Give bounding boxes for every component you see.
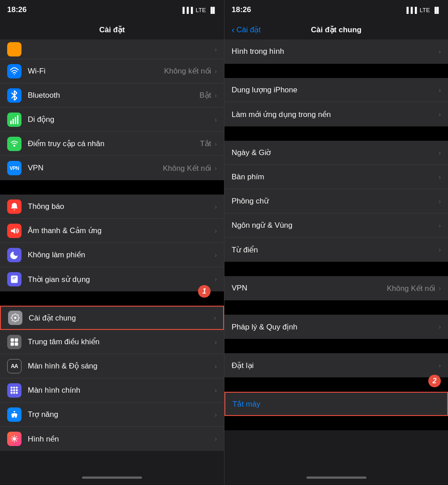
cellular-row[interactable]: Di động › (0, 108, 224, 132)
chevron-icon: › (215, 251, 217, 259)
network-type: LTE (196, 7, 206, 13)
tat-may-row[interactable]: Tắt máy (224, 392, 448, 416)
chevron-icon: › (439, 323, 441, 330)
section-general: Cài đặt chung › Trung tâm điều khiển › (0, 306, 224, 451)
svg-rect-4 (17, 115, 18, 124)
picture-in-picture-row[interactable]: Hình trong hình › (224, 39, 448, 64)
general-icon (8, 311, 22, 325)
right-section-reset: Đặt lại › 2 (224, 353, 448, 377)
svg-rect-21 (11, 392, 13, 394)
cellular-icon (7, 113, 22, 127)
chevron-icon: › (439, 222, 441, 229)
chevron-icon: › (215, 411, 217, 418)
keyboard-row[interactable]: Bàn phím › (224, 165, 448, 189)
svg-point-24 (13, 411, 15, 412)
right-sep-2 (224, 262, 448, 276)
chevron-icon: › (439, 48, 441, 55)
screentime-row[interactable]: Thời gian sử dụng › 1 (0, 267, 224, 291)
chevron-icon: › (439, 111, 441, 118)
focus-row[interactable]: Không làm phiền › (0, 243, 224, 267)
bluetooth-row[interactable]: Bluetooth Bật › (0, 83, 224, 108)
notifications-row[interactable]: Thông báo › (0, 195, 224, 219)
back-label: Cài đặt (237, 25, 261, 35)
font-row[interactable]: Phông chữ › (224, 189, 448, 213)
control-row[interactable]: Trung tâm điều khiển › (0, 330, 224, 354)
left-status-bar: 18:26 ▐▐▐ LTE ▐▌ (0, 0, 224, 20)
chevron-icon: › (439, 362, 441, 369)
svg-point-25 (13, 437, 16, 441)
right-sep-6 (224, 416, 448, 430)
back-button[interactable]: ‹ Cài đặt (232, 25, 261, 35)
display-row[interactable]: AA Màn hình & Độ sáng › (0, 354, 224, 378)
svg-rect-13 (11, 342, 14, 346)
display-icon: AA (7, 359, 22, 373)
network-type: LTE (420, 7, 430, 13)
partial-top-row[interactable]: › (0, 39, 224, 59)
battery-icon: ▐▌ (433, 7, 441, 13)
legal-row[interactable]: Pháp lý & Quy định › (224, 315, 448, 339)
right-home-indicator (224, 470, 448, 485)
right-nav-bar: ‹ Cài đặt Cài đặt chung (224, 20, 448, 39)
dictionary-row[interactable]: Từ điển › (224, 238, 448, 262)
chevron-icon: › (215, 116, 217, 123)
svg-rect-15 (11, 386, 13, 388)
left-nav-bar: Cài đặt (0, 20, 224, 39)
vpn-row[interactable]: VPN VPN Không Kết nối › (0, 156, 224, 180)
svg-rect-11 (11, 338, 14, 342)
wallpaper-icon (7, 432, 22, 446)
svg-rect-2 (13, 119, 14, 124)
right-sep-1 (224, 126, 448, 141)
wallpaper-row[interactable]: Hình nền › (0, 427, 224, 451)
storage-row[interactable]: Dung lượng iPhone › (224, 78, 448, 102)
chevron-icon: › (215, 338, 217, 346)
right-settings-list: Hình trong hình › Dung lượng iPhone › Là… (224, 39, 448, 470)
right-section-settings: Ngày & Giờ › Bàn phím › Phông chữ › Ngôn… (224, 141, 448, 262)
right-bottom-spacer (224, 430, 448, 439)
svg-rect-1 (10, 121, 12, 124)
accessibility-row[interactable]: Trợ năng › (0, 403, 224, 427)
homescreen-row[interactable]: Màn hình chính › (0, 378, 224, 403)
svg-rect-16 (13, 386, 15, 388)
chevron-icon: › (215, 140, 217, 147)
right-section-vpn: VPN Không Kết nối › (224, 276, 448, 300)
hotspot-row[interactable]: Điểm truy cập cá nhân Tắt › (0, 132, 224, 156)
step2-badge: 2 (428, 375, 441, 387)
right-sep-0 (224, 64, 448, 78)
right-nav-title: Cài đặt chung (311, 25, 362, 35)
svg-rect-14 (15, 342, 18, 346)
svg-rect-18 (11, 389, 13, 391)
svg-rect-23 (16, 392, 17, 394)
section-network: Wi-Fi Không kết nối › Bluetooth Bật › (0, 59, 224, 180)
datetime-row[interactable]: Ngày & Giờ › (224, 141, 448, 165)
focus-icon (7, 248, 22, 262)
bg-update-row[interactable]: Làm mới ứng dụng trong nền › (224, 102, 448, 126)
chevron-icon: › (215, 387, 217, 394)
separator-1 (0, 180, 224, 195)
right-sep-5 (224, 377, 448, 392)
screentime-icon (7, 272, 22, 286)
bluetooth-icon (7, 88, 22, 103)
chevron-icon: › (215, 276, 217, 283)
step1-badge: 1 (198, 285, 211, 298)
wifi-row[interactable]: Wi-Fi Không kết nối › (0, 59, 224, 83)
reset-row[interactable]: Đặt lại › 2 (224, 353, 448, 377)
chevron-icon: › (439, 198, 441, 205)
chevron-icon: › (439, 149, 441, 156)
home-bar (82, 476, 142, 479)
right-section-storage: Dung lượng iPhone › Làm mới ứng dụng tro… (224, 78, 448, 126)
right-time: 18:26 (232, 5, 251, 14)
sounds-row[interactable]: Âm thanh & Cảm ứng › (0, 219, 224, 243)
svg-rect-12 (15, 338, 18, 342)
right-vpn-row[interactable]: VPN Không Kết nối › (224, 276, 448, 300)
svg-point-0 (14, 74, 15, 75)
hotspot-icon (7, 137, 22, 151)
homescreen-icon (7, 383, 22, 398)
svg-rect-19 (13, 389, 15, 391)
right-status-icons: ▐▐▐ LTE ▐▌ (405, 7, 441, 13)
svg-rect-3 (15, 117, 16, 124)
accessibility-icon (7, 407, 22, 422)
general-row[interactable]: Cài đặt chung › (0, 306, 224, 330)
left-panel: 18:26 ▐▐▐ LTE ▐▌ Cài đặt › (0, 0, 224, 485)
back-chevron-icon: ‹ (232, 25, 235, 35)
language-row[interactable]: Ngôn ngữ & Vùng › (224, 213, 448, 238)
